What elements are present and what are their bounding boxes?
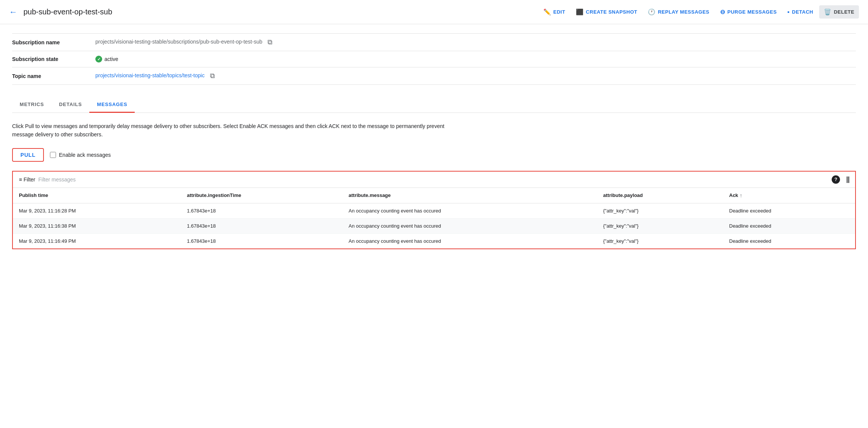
create-snapshot-button[interactable]: ⬛ CREATE SNAPSHOT: [571, 5, 642, 19]
info-table: Subscription name projects/visionai-test…: [12, 33, 856, 85]
replay-messages-label: REPLAY MESSAGES: [658, 9, 709, 15]
tabs-container: METRICS DETAILS MESSAGES: [12, 97, 856, 113]
messages-table-body: Mar 9, 2023, 11:16:28 PM 1.67843e+18 An …: [13, 203, 855, 248]
detach-button[interactable]: ▪ DETACH: [783, 6, 818, 19]
cell-publish-time: Mar 9, 2023, 11:16:28 PM: [13, 203, 181, 218]
tab-messages[interactable]: MESSAGES: [89, 97, 135, 113]
delete-icon: 🗑️: [824, 8, 832, 16]
replay-icon: 🕐: [648, 8, 656, 16]
delete-label: DELETE: [834, 9, 854, 15]
main-content: Subscription name projects/visionai-test…: [0, 24, 868, 258]
enable-ack-label[interactable]: Enable ack messages: [50, 152, 111, 158]
filter-icon-text: ≡ Filter: [19, 177, 35, 183]
topic-name-link[interactable]: projects/visionai-testing-stable/topics/…: [95, 72, 205, 78]
filter-right-actions: ? |||: [832, 175, 849, 184]
create-snapshot-label: CREATE SNAPSHOT: [586, 9, 637, 15]
filter-placeholder[interactable]: Filter messages: [38, 177, 76, 183]
header-message: attribute.message: [342, 188, 597, 203]
messages-table-head: Publish time attribute.ingestionTime att…: [13, 188, 855, 203]
cell-ack: Deadline exceeded: [723, 218, 855, 233]
detach-icon: ▪: [787, 9, 790, 16]
cell-publish-time: Mar 9, 2023, 11:16:38 PM: [13, 218, 181, 233]
topic-name-label: Topic name: [12, 67, 95, 85]
toolbar: ← pub-sub-event-op-test-sub ✏️ EDIT ⬛ CR…: [0, 0, 868, 24]
subscription-state-label: Subscription state: [12, 51, 95, 67]
header-publish-time: Publish time: [13, 188, 181, 203]
subscription-name-label: Subscription name: [12, 34, 95, 51]
cell-message: An occupancy counting event has occured: [342, 203, 597, 218]
cell-payload: {"attr_key":"val"}: [597, 218, 723, 233]
purge-icon: ⊖: [720, 8, 725, 16]
cell-ingestion-time: 1.67843e+18: [181, 203, 342, 218]
topic-name-row: Topic name projects/visionai-testing-sta…: [12, 67, 856, 85]
messages-table-wrapper: ≡ Filter Filter messages ? ||| Publish t…: [12, 171, 856, 249]
subscription-state-row: Subscription state active: [12, 51, 856, 67]
filter-bar: ≡ Filter Filter messages ? |||: [13, 172, 855, 188]
table-row: Mar 9, 2023, 11:16:38 PM 1.67843e+18 An …: [13, 218, 855, 233]
back-button[interactable]: ←: [9, 7, 17, 17]
enable-ack-checkbox[interactable]: [50, 152, 56, 158]
cell-ack: Deadline exceeded: [723, 233, 855, 248]
detach-label: DETACH: [792, 9, 813, 15]
tab-details[interactable]: DETAILS: [51, 97, 89, 113]
cell-payload: {"attr_key":"val"}: [597, 203, 723, 218]
pull-area: PULL Enable ack messages: [12, 148, 856, 162]
header-ingestion-time: attribute.ingestionTime: [181, 188, 342, 203]
cell-publish-time: Mar 9, 2023, 11:16:49 PM: [13, 233, 181, 248]
help-icon[interactable]: ?: [832, 175, 840, 184]
cell-message: An occupancy counting event has occured: [342, 233, 597, 248]
cell-ingestion-time: 1.67843e+18: [181, 218, 342, 233]
topic-name-value: projects/visionai-testing-stable/topics/…: [95, 67, 856, 85]
header-ack: Ack ↑: [723, 188, 855, 203]
messages-description: Click Pull to view messages and temporar…: [12, 122, 466, 139]
header-payload: attribute.payload: [597, 188, 723, 203]
subscription-state-value: active: [95, 51, 856, 67]
snapshot-icon: ⬛: [576, 8, 584, 16]
ack-header-content: Ack ↑: [729, 192, 849, 198]
pull-button[interactable]: PULL: [12, 148, 44, 162]
tab-metrics[interactable]: METRICS: [12, 97, 51, 113]
columns-icon[interactable]: |||: [846, 175, 849, 183]
subscription-name-value: projects/visionai-testing-stable/subscri…: [95, 34, 856, 51]
cell-ack: Deadline exceeded: [723, 203, 855, 218]
edit-icon: ✏️: [543, 8, 551, 16]
messages-table-header-row: Publish time attribute.ingestionTime att…: [13, 188, 855, 203]
page-title: pub-sub-event-op-test-sub: [23, 8, 112, 16]
cell-message: An occupancy counting event has occured: [342, 218, 597, 233]
edit-label: EDIT: [553, 9, 565, 15]
sort-arrow-icon[interactable]: ↑: [740, 192, 742, 198]
delete-button[interactable]: 🗑️ DELETE: [819, 5, 859, 19]
subscription-name-row: Subscription name projects/visionai-test…: [12, 34, 856, 51]
toolbar-actions: ✏️ EDIT ⬛ CREATE SNAPSHOT 🕐 REPLAY MESSA…: [539, 5, 859, 19]
status-active-indicator: active: [95, 56, 856, 62]
copy-topic-name-button[interactable]: ⧉: [208, 72, 216, 80]
purge-messages-button[interactable]: ⊖ PURGE MESSAGES: [716, 5, 781, 19]
active-dot: [95, 56, 102, 62]
messages-table: Publish time attribute.ingestionTime att…: [13, 188, 855, 248]
replay-messages-button[interactable]: 🕐 REPLAY MESSAGES: [643, 5, 714, 19]
cell-payload: {"attr_key":"val"}: [597, 233, 723, 248]
filter-label: Filter: [23, 177, 35, 183]
filter-icon: ≡: [19, 177, 22, 183]
purge-messages-label: PURGE MESSAGES: [727, 9, 777, 15]
table-row: Mar 9, 2023, 11:16:28 PM 1.67843e+18 An …: [13, 203, 855, 218]
copy-subscription-name-button[interactable]: ⧉: [266, 38, 274, 46]
enable-ack-text: Enable ack messages: [59, 152, 111, 158]
cell-ingestion-time: 1.67843e+18: [181, 233, 342, 248]
table-row: Mar 9, 2023, 11:16:49 PM 1.67843e+18 An …: [13, 233, 855, 248]
edit-button[interactable]: ✏️ EDIT: [539, 5, 570, 19]
